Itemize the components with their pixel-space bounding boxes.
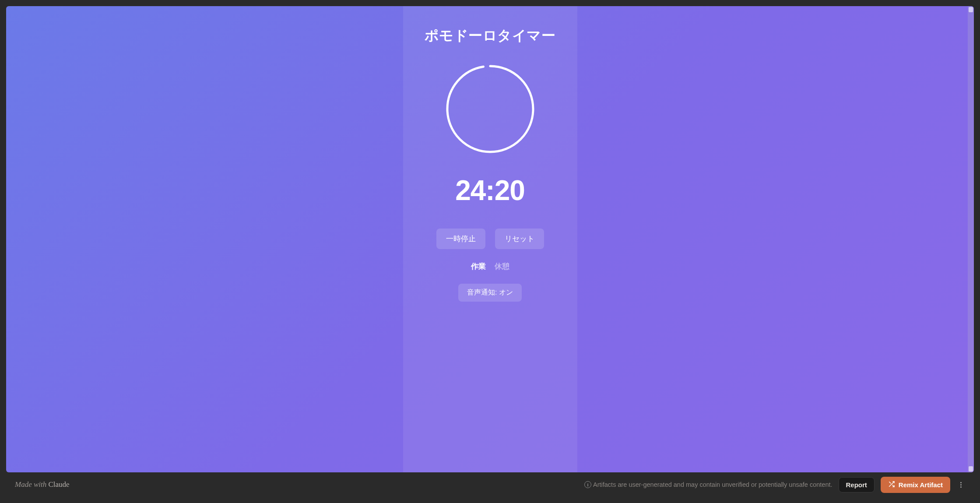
app-viewport: ポモドーロタイマー 24:20 一時停止 リセット 作業 休憩 音声通知: オン	[6, 6, 974, 472]
shuffle-icon	[888, 481, 895, 489]
remix-label: Remix Artifact	[899, 481, 943, 489]
dot-icon	[960, 484, 962, 485]
scrollbar-down-arrow[interactable]	[969, 466, 973, 471]
info-icon: i	[584, 481, 591, 488]
footer-bar: Made with Claude i Artifacts are user-ge…	[6, 472, 974, 497]
svg-line-4	[889, 482, 891, 483]
reset-button[interactable]: リセット	[495, 229, 544, 249]
timer-panel: ポモドーロタイマー 24:20 一時停止 リセット 作業 休憩 音声通知: オン	[403, 6, 577, 472]
svg-point-1	[447, 66, 533, 152]
more-menu-button[interactable]	[956, 479, 965, 490]
control-button-row: 一時停止 リセット	[436, 229, 544, 249]
pause-button[interactable]: 一時停止	[436, 229, 485, 249]
scrollbar[interactable]	[968, 6, 974, 472]
remix-button[interactable]: Remix Artifact	[881, 477, 950, 493]
mode-break[interactable]: 休憩	[495, 261, 509, 271]
app-frame: ポモドーロタイマー 24:20 一時停止 リセット 作業 休憩 音声通知: オン	[0, 0, 980, 503]
warning-message: Artifacts are user-generated and may con…	[593, 481, 832, 488]
made-with-prefix: Made with	[15, 480, 49, 489]
mode-row: 作業 休憩	[471, 261, 509, 271]
time-display: 24:20	[455, 174, 525, 207]
made-with-label: Made with Claude	[15, 480, 70, 489]
dot-icon	[960, 482, 962, 483]
scrollbar-up-arrow[interactable]	[969, 7, 973, 12]
timer-title: ポモドーロタイマー	[425, 26, 556, 46]
mode-work[interactable]: 作業	[471, 261, 486, 271]
made-with-brand: Claude	[49, 480, 70, 489]
progress-ring	[444, 63, 536, 155]
sound-toggle-button[interactable]: 音声通知: オン	[458, 284, 522, 302]
warning-text: i Artifacts are user-generated and may c…	[584, 481, 832, 488]
dot-icon	[960, 486, 962, 488]
report-button[interactable]: Report	[839, 477, 875, 492]
